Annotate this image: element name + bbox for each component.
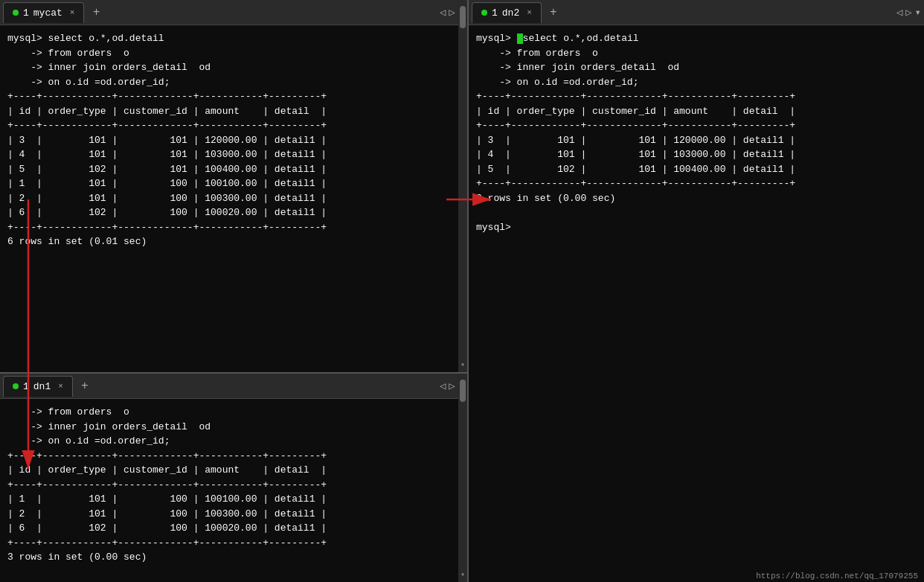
tab-bar-mycat: 1 mycat × + ◁ ▷ ▾ bbox=[0, 0, 467, 25]
scrollbar-mycat[interactable]: ▾ bbox=[458, 0, 467, 372]
tab-label-dn2: dn2 bbox=[502, 7, 519, 19]
tab-label-dn1: dn1 bbox=[33, 381, 51, 392]
nav-left-mycat[interactable]: ◁ bbox=[440, 6, 446, 19]
nav-left-dn2[interactable]: ◁ bbox=[896, 6, 902, 19]
tab-add-dn2[interactable]: + bbox=[545, 4, 562, 22]
nav-right-dn1[interactable]: ▷ bbox=[449, 380, 455, 392]
tab-number-dn2: 1 bbox=[492, 7, 498, 19]
tab-bar-dn1: 1 dn1 × + ◁ ▷ ▾ bbox=[0, 374, 467, 399]
nav-right-mycat[interactable]: ▷ bbox=[449, 6, 455, 19]
terminal-mycat: mysql> select o.*,od.detail -> from orde… bbox=[0, 25, 467, 372]
tab-dot-dn2 bbox=[481, 10, 487, 16]
scroll-thumb-mycat bbox=[460, 6, 466, 28]
tab-close-dn2[interactable]: × bbox=[527, 8, 532, 17]
scrollbar-dn1[interactable]: ▾ bbox=[458, 374, 467, 582]
nav-left-dn1[interactable]: ◁ bbox=[440, 380, 446, 392]
tab-close-dn1[interactable]: × bbox=[58, 382, 63, 391]
tab-add-dn1[interactable]: + bbox=[76, 377, 94, 395]
terminal-dn1: -> from orders o -> inner join orders_de… bbox=[0, 399, 467, 582]
nav-more-dn2[interactable]: ▾ bbox=[915, 6, 921, 19]
nav-right-dn2[interactable]: ▷ bbox=[905, 6, 911, 19]
tab-label-mycat: mycat bbox=[33, 7, 62, 19]
tab-bar-dn2: 1 dn2 × + ◁ ▷ ▾ bbox=[469, 0, 924, 25]
tab-close-mycat[interactable]: × bbox=[70, 8, 75, 17]
tab-dot-mycat bbox=[13, 10, 19, 16]
tab-nav-dn2: ◁ ▷ ▾ bbox=[896, 6, 921, 19]
scroll-arrow-dn1: ▾ bbox=[461, 570, 465, 579]
footer-url: https://blog.csdn.net/qq_17079255 bbox=[469, 570, 924, 582]
tab-dn1[interactable]: 1 dn1 × bbox=[3, 376, 73, 397]
scroll-thumb-dn1 bbox=[460, 380, 466, 402]
tab-number-dn1: 1 bbox=[23, 381, 29, 392]
terminal-dn2: mysql> select o.*,od.detail -> from orde… bbox=[469, 25, 924, 570]
tab-add-mycat[interactable]: + bbox=[87, 4, 105, 22]
scroll-arrow-mycat: ▾ bbox=[461, 360, 465, 369]
tab-mycat[interactable]: 1 mycat × bbox=[3, 2, 84, 23]
tab-dot-dn1 bbox=[13, 383, 19, 389]
tab-dn2[interactable]: 1 dn2 × bbox=[472, 2, 542, 23]
tab-number-mycat: 1 bbox=[23, 7, 29, 19]
